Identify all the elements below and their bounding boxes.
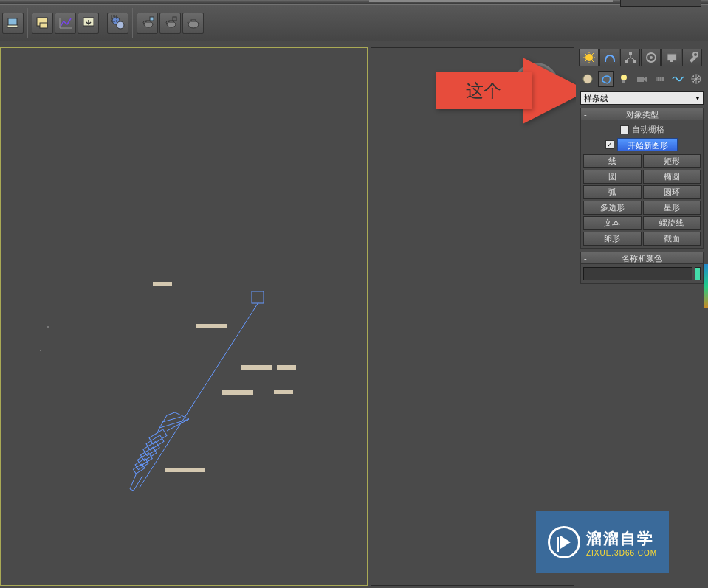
top-toolbar — [0, 4, 708, 41]
render-frame-icon[interactable] — [32, 13, 53, 34]
shape-btn-section[interactable]: 截面 — [643, 232, 701, 246]
shape-btn-egg[interactable]: 卵形 — [583, 232, 642, 246]
object-color-swatch[interactable] — [695, 267, 701, 280]
geometry-subtab[interactable] — [580, 71, 595, 87]
shape-button-grid: 线 矩形 圆 椭圆 弧 圆环 多边形 星形 文本 螺旋线 卵形 截面 — [583, 154, 701, 246]
shape-btn-arc[interactable]: 弧 — [583, 185, 642, 199]
shape-btn-helix[interactable]: 螺旋线 — [643, 216, 701, 230]
dropdown-label: 样条线 — [584, 93, 608, 104]
svg-rect-12 — [150, 17, 154, 21]
svg-rect-21 — [277, 365, 296, 370]
object-type-rollout: - 对象类型 自动栅格 ✓ 开始新图形 线 矩形 圆 椭圆 弧 圆环 多边形 — [580, 108, 704, 249]
name-color-rollout: - 名称和颜色 — [580, 252, 704, 284]
svg-rect-3 — [40, 23, 47, 28]
watermark: 溜溜自学 ZIXUE.3D66.COM — [536, 511, 669, 573]
render-output-icon[interactable] — [78, 13, 99, 34]
svg-point-62 — [693, 52, 698, 57]
svg-point-59 — [650, 56, 653, 59]
watermark-title: 溜溜自学 — [586, 528, 654, 549]
svg-line-57 — [630, 58, 634, 60]
svg-rect-66 — [637, 77, 644, 82]
hierarchy-tab[interactable] — [620, 49, 640, 66]
autogrid-label: 自动栅格 — [632, 124, 664, 135]
panel-scroll-indicator — [704, 264, 708, 308]
svg-rect-18 — [153, 282, 172, 286]
active-viewport[interactable] — [0, 47, 368, 586]
svg-line-25 — [140, 302, 258, 488]
command-panel: 样条线 - 对象类型 自动栅格 ✓ 开始新图形 线 矩形 圆 椭圆 弧 — [576, 44, 708, 588]
helpers-subtab[interactable] — [653, 71, 667, 87]
start-new-checkbox[interactable]: ✓ — [605, 140, 614, 149]
rollout-header-name-color[interactable]: - 名称和颜色 — [581, 252, 703, 264]
svg-rect-15 — [173, 17, 176, 21]
secondary-viewport[interactable] — [371, 47, 574, 586]
shape-btn-line[interactable]: 线 — [583, 154, 642, 168]
render-setup-icon[interactable] — [2, 13, 24, 34]
modify-tab[interactable] — [599, 49, 619, 66]
svg-rect-23 — [274, 390, 293, 394]
motion-tab[interactable] — [641, 49, 661, 66]
svg-line-40 — [130, 489, 134, 491]
shape-btn-text[interactable]: 文本 — [583, 216, 642, 230]
svg-point-8 — [117, 21, 124, 29]
svg-point-42 — [40, 350, 41, 351]
svg-rect-53 — [625, 60, 628, 63]
lights-subtab[interactable] — [616, 71, 631, 87]
rollout-header-object-type[interactable]: - 对象类型 — [581, 108, 703, 120]
cameras-subtab[interactable] — [634, 71, 649, 87]
svg-rect-65 — [622, 80, 625, 83]
svg-line-27 — [167, 412, 175, 415]
shapes-subtab[interactable] — [598, 71, 613, 87]
svg-rect-19 — [196, 324, 227, 328]
teapot-preview-icon[interactable] — [159, 13, 181, 34]
create-subcategory-row — [576, 68, 708, 90]
shape-btn-circle[interactable]: 圆 — [583, 170, 642, 184]
watermark-subtitle: ZIXUE.3D66.COM — [586, 549, 657, 557]
svg-rect-60 — [667, 54, 676, 60]
systems-subtab[interactable] — [689, 71, 704, 87]
svg-rect-52 — [629, 52, 632, 55]
shape-btn-donut[interactable]: 圆环 — [643, 185, 701, 199]
svg-line-48 — [585, 53, 586, 55]
shape-type-dropdown[interactable]: 样条线 — [580, 91, 704, 105]
svg-line-29 — [157, 428, 159, 435]
shape-btn-ellipse[interactable]: 椭圆 — [643, 170, 701, 184]
svg-point-41 — [47, 326, 49, 328]
teapot-render-icon[interactable] — [137, 13, 158, 34]
spacewarps-subtab[interactable] — [670, 71, 685, 87]
svg-marker-67 — [644, 77, 647, 82]
svg-line-49 — [592, 60, 594, 62]
play-logo-icon — [548, 526, 580, 558]
shape-btn-star[interactable]: 星形 — [643, 201, 701, 215]
svg-rect-26 — [252, 291, 264, 303]
svg-point-43 — [585, 54, 593, 61]
svg-point-64 — [621, 75, 627, 80]
render-graph-icon[interactable] — [55, 13, 76, 34]
svg-rect-61 — [670, 60, 673, 62]
svg-rect-20 — [241, 365, 272, 370]
svg-rect-1 — [7, 25, 18, 27]
autogrid-checkbox[interactable] — [620, 125, 629, 134]
utilities-tab[interactable] — [682, 49, 702, 66]
viewport-area — [0, 44, 576, 588]
display-tab[interactable] — [661, 49, 681, 66]
svg-line-39 — [134, 476, 142, 491]
svg-line-56 — [627, 58, 630, 60]
command-panel-tabs — [576, 44, 708, 68]
create-tab[interactable] — [579, 49, 599, 66]
shape-btn-rectangle[interactable]: 矩形 — [643, 154, 701, 168]
svg-rect-24 — [165, 468, 205, 472]
viewcube-background — [513, 63, 559, 108]
object-name-input[interactable] — [583, 267, 692, 280]
svg-point-63 — [583, 75, 592, 83]
start-new-shape-button[interactable]: 开始新图形 — [617, 138, 678, 151]
svg-line-50 — [585, 60, 586, 62]
shape-btn-ngon[interactable]: 多边形 — [583, 201, 642, 215]
material-editor-icon[interactable] — [107, 13, 128, 34]
svg-rect-35 — [137, 453, 152, 466]
svg-rect-54 — [633, 60, 636, 63]
svg-line-51 — [592, 53, 594, 55]
teapot-quick-icon[interactable] — [182, 13, 204, 34]
svg-rect-22 — [222, 390, 253, 395]
svg-rect-37 — [133, 464, 145, 474]
